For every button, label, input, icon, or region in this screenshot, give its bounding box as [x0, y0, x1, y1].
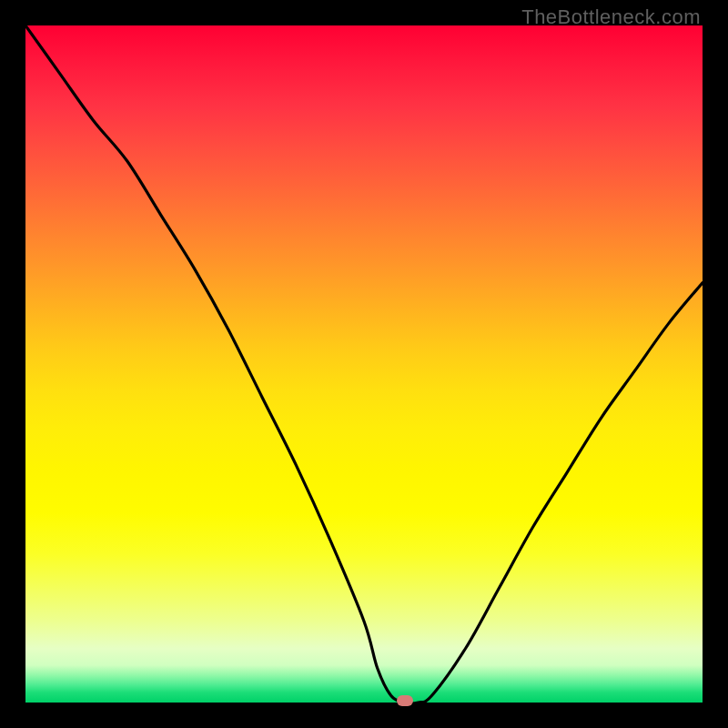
curve-svg [25, 25, 703, 703]
chart-container: TheBottleneck.com [0, 0, 728, 728]
bottleneck-curve [25, 25, 703, 703]
optimal-marker [397, 695, 413, 706]
plot-area [25, 25, 703, 703]
